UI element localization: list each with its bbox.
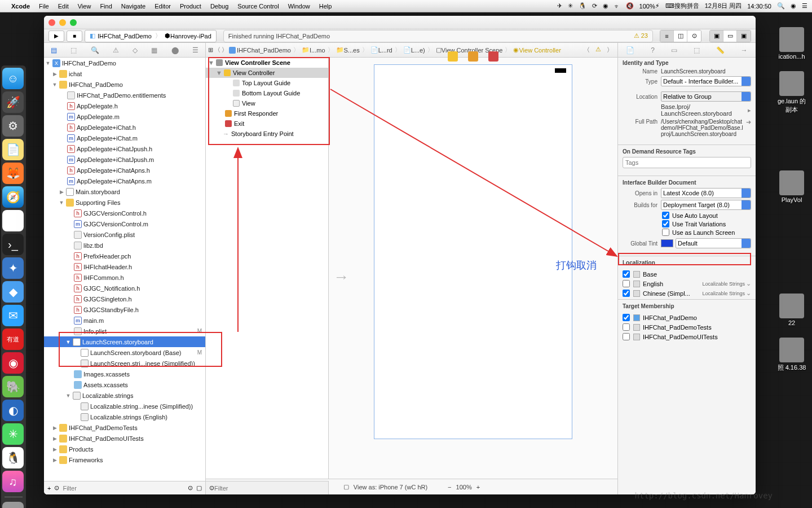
close-button[interactable] bbox=[48, 19, 55, 26]
file-row[interactable]: Localizable.strings (English) bbox=[44, 411, 205, 422]
builds-for-select[interactable]: Deployment Target (8.0) bbox=[661, 200, 751, 210]
file-row[interactable]: libz.tbd bbox=[44, 240, 205, 251]
connections-inspector-icon[interactable]: → bbox=[741, 46, 748, 54]
menu-app[interactable]: Xcode bbox=[11, 3, 30, 10]
size-inspector-icon[interactable]: 📏 bbox=[716, 46, 725, 54]
status-volume-icon[interactable]: 🔇 bbox=[626, 2, 634, 10]
file-row[interactable]: mAppDelegate+iChat.m bbox=[44, 133, 205, 143]
scheme-selector[interactable]: ◧IHFChat_PadDemo〉 ⬢ Hanrovey-iPad bbox=[85, 30, 217, 42]
file-row[interactable]: hPrefixHeader.pch bbox=[44, 251, 205, 261]
filter-icon[interactable]: ⊙ bbox=[209, 484, 214, 492]
menu-window[interactable]: Window bbox=[288, 3, 310, 10]
desktop-file[interactable]: ge.laun 的副本 bbox=[776, 71, 807, 114]
localization-chinese[interactable]: Chinese (Simpl...Localizable Strings⌄ bbox=[618, 288, 756, 298]
zoom-level[interactable]: 100% bbox=[456, 484, 472, 491]
dock-launchpad-icon[interactable]: 🚀 bbox=[2, 91, 24, 113]
opens-in-select[interactable]: Latest Xcode (8.0) bbox=[661, 188, 751, 198]
next-issue-icon[interactable]: 〉 bbox=[604, 46, 615, 54]
status-wifi-icon[interactable]: ᯤ bbox=[614, 3, 620, 10]
folder-row[interactable]: ▼IHFChat_PadDemo bbox=[44, 79, 205, 90]
folder-row[interactable]: ▼Supporting Files bbox=[44, 197, 205, 208]
localization-english[interactable]: EnglishLocalizable Strings⌄ bbox=[618, 279, 756, 288]
desktop-file[interactable]: ication...h bbox=[776, 27, 807, 60]
issue-indicator[interactable]: ⚠ bbox=[593, 46, 603, 54]
vc-icon[interactable] bbox=[448, 51, 458, 62]
file-row[interactable]: hAppDelegate.h bbox=[44, 100, 205, 111]
file-row[interactable]: mAppDelegate.m bbox=[44, 111, 205, 122]
dock-music-icon[interactable]: ◉ bbox=[2, 352, 24, 374]
forward-button[interactable]: 〉 bbox=[222, 46, 228, 54]
dock-firefox-icon[interactable]: 🦊 bbox=[2, 163, 24, 184]
navigator-tabs[interactable]: ▤ ⬚ 🔍 ⚠ ◇ ▦ ⬤ ☰ bbox=[44, 43, 205, 58]
file-row[interactable]: hGJGC_Notification.h bbox=[44, 283, 205, 294]
minimize-button[interactable] bbox=[59, 19, 66, 26]
view-as-label[interactable]: View as: iPhone 7 (wC hR) bbox=[354, 484, 427, 491]
menu-navigate[interactable]: Navigate bbox=[121, 3, 145, 10]
debug-nav-icon[interactable]: ▦ bbox=[151, 46, 157, 54]
related-items-icon[interactable]: ⊞ bbox=[208, 46, 213, 54]
dock-app-icon[interactable]: ◆ bbox=[2, 281, 24, 303]
device-config-icon[interactable]: ▢ bbox=[343, 483, 349, 491]
status-siri-icon[interactable]: ◉ bbox=[791, 2, 796, 10]
dock-safari-icon[interactable]: 🧭 bbox=[2, 186, 24, 208]
file-row[interactable]: hGJGCVersionControl.h bbox=[44, 208, 205, 218]
outline-first-responder[interactable]: First Responder bbox=[206, 108, 328, 119]
file-row[interactable]: mGJGCVersionControl.m bbox=[44, 218, 205, 229]
outline-entry-point[interactable]: →Storyboard Entry Point bbox=[206, 129, 328, 139]
dock-evernote-icon[interactable]: 🐘 bbox=[2, 376, 24, 397]
file-row[interactable]: IHFChat_PadDemo.entitlements bbox=[44, 90, 205, 100]
desktop-file[interactable]: 照 4.16.38 bbox=[776, 338, 807, 372]
file-row[interactable]: ▼Localizable.strings bbox=[44, 390, 205, 401]
dock-terminal-icon[interactable]: ›_ bbox=[2, 234, 24, 255]
folder-icon[interactable]: ▸ bbox=[748, 107, 751, 114]
status-notification-icon[interactable]: ☰ bbox=[802, 2, 807, 10]
location-select[interactable]: Relative to Group bbox=[661, 91, 751, 102]
file-row[interactable]: hGJGCStandbyFile.h bbox=[44, 304, 205, 315]
issue-nav-icon[interactable]: ⚠ bbox=[113, 46, 119, 54]
outline-filter-input[interactable] bbox=[214, 485, 325, 492]
name-field[interactable]: LaunchScreen.storyboard bbox=[661, 68, 751, 75]
status-plane-icon[interactable]: ✈︎ bbox=[557, 2, 562, 10]
device-preview[interactable] bbox=[374, 64, 572, 439]
file-row[interactable]: ▶Main.storyboard bbox=[44, 186, 205, 197]
file-row[interactable]: hIHFCommon.h bbox=[44, 272, 205, 283]
dock-trash-icon[interactable]: 🗑 bbox=[2, 502, 24, 508]
menu-file[interactable]: File bbox=[39, 3, 49, 10]
dock-itunes-icon[interactable]: ♫ bbox=[2, 471, 24, 492]
breakpoint-nav-icon[interactable]: ⬤ bbox=[171, 46, 179, 54]
first-responder-icon[interactable] bbox=[468, 51, 478, 62]
inspector-tabs[interactable]: 📄 ? ▭ ⬚ 📏 → bbox=[618, 43, 756, 58]
file-row-launchscreen[interactable]: ▼LaunchScreen.storyboard bbox=[44, 336, 205, 347]
outline-viewcontroller[interactable]: ▼View Controller bbox=[206, 68, 328, 78]
dock-chrome-icon[interactable]: ◉ bbox=[2, 210, 24, 231]
trait-checkbox[interactable]: Use Trait Variations bbox=[623, 220, 751, 227]
status-eye-icon[interactable]: ◉ bbox=[603, 2, 608, 10]
status-battery[interactable]: 100% ⚡︎ bbox=[639, 2, 660, 10]
status-spotlight-icon[interactable]: 🔍 bbox=[777, 2, 785, 10]
folder-row[interactable]: ▶IHFChat_PadDemoUITests bbox=[44, 433, 205, 444]
folder-row[interactable]: ▶Frameworks bbox=[44, 454, 205, 465]
editor-mode-segment[interactable]: ≡◫⊙ bbox=[660, 30, 701, 42]
status-time[interactable]: 14:30:50 bbox=[747, 3, 771, 10]
zoom-in-button[interactable]: + bbox=[476, 484, 480, 491]
dock-app-icon[interactable]: ✦ bbox=[2, 257, 24, 279]
file-row[interactable]: mAppDelegate+iChatApns.m bbox=[44, 176, 205, 186]
dock-notes-icon[interactable]: 📄 bbox=[2, 139, 24, 160]
file-row[interactable]: hGJGCSingleton.h bbox=[44, 294, 205, 304]
run-button[interactable]: ▶ bbox=[48, 30, 64, 42]
project-root[interactable]: ▼XIHFChat_PadDemo bbox=[44, 58, 205, 68]
desktop-file[interactable]: 22 bbox=[776, 294, 807, 326]
back-button[interactable]: 〈 bbox=[214, 46, 220, 54]
scm-filter-icon[interactable]: ▢ bbox=[196, 484, 202, 492]
filter-icon[interactable]: ⊙ bbox=[54, 484, 59, 492]
outline-exit[interactable]: Exit bbox=[206, 119, 328, 129]
autolayout-checkbox[interactable]: Use Auto Layout bbox=[623, 212, 751, 219]
status-date[interactable]: 12月8日 周四 bbox=[705, 2, 742, 10]
file-row[interactable]: Images.xcassets bbox=[44, 369, 205, 379]
recent-filter-icon[interactable]: ⊙ bbox=[188, 484, 193, 492]
file-row[interactable]: hAppDelegate+iChat.h bbox=[44, 122, 205, 133]
menu-debug[interactable]: Debug bbox=[210, 3, 228, 10]
menu-edit[interactable]: Edit bbox=[58, 3, 69, 10]
report-nav-icon[interactable]: ☰ bbox=[192, 46, 198, 54]
folder-row[interactable]: ▶ichat bbox=[44, 68, 205, 79]
